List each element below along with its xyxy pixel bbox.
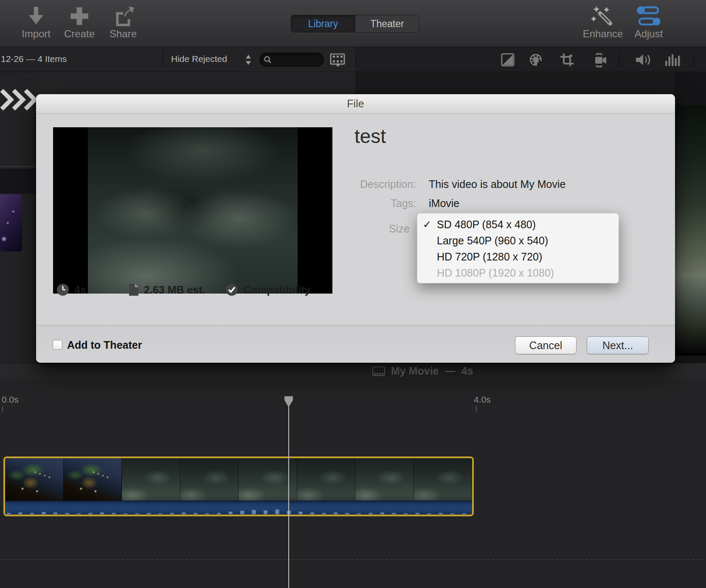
- video-preview-frame: [88, 127, 298, 294]
- enhance-button[interactable]: Enhance: [579, 3, 626, 40]
- timeline-clip-selected[interactable]: [3, 456, 474, 516]
- audio-levels-icon[interactable]: [665, 53, 680, 67]
- event-browser-background: [37, 72, 675, 98]
- next-button[interactable]: Next...: [587, 336, 649, 354]
- view-switcher: Library Theater: [291, 15, 419, 33]
- filmstrip-frame: [64, 458, 122, 501]
- video-info-row: 4s 2.63 MB est. Compatibility: [56, 283, 337, 302]
- project-title-group: My Movie — 4s: [372, 365, 473, 377]
- clip-filmstrip: [5, 458, 472, 501]
- filmstrip-frame: [355, 458, 414, 501]
- clock-icon: [56, 283, 69, 296]
- ruler-label-end: 4.0s: [474, 395, 491, 405]
- file-icon: [129, 283, 139, 296]
- magic-wand-icon: [591, 5, 615, 27]
- cancel-button[interactable]: Cancel: [515, 336, 577, 354]
- export-file-dialog: File 4s 2.63 MB est.: [36, 94, 675, 363]
- description-label: Description:: [36, 178, 416, 190]
- share-label: Share: [100, 28, 146, 40]
- dialog-title: File: [347, 98, 364, 110]
- adjust-label: Adjust: [625, 28, 672, 40]
- browser-divider-line: [0, 166, 37, 167]
- filter-dropdown[interactable]: Hide Rejected: [171, 54, 227, 64]
- color-palette-icon[interactable]: [529, 53, 544, 67]
- tags-value[interactable]: iMovie: [429, 197, 459, 210]
- import-label: Import: [13, 28, 59, 40]
- clip-chevrons-decoration: [0, 89, 37, 110]
- filesize-value: 2.63 MB est.: [144, 284, 205, 296]
- search-icon: [264, 56, 272, 64]
- tab-library[interactable]: Library: [291, 15, 355, 32]
- contrast-icon[interactable]: [501, 53, 515, 67]
- filmstrip-frame: [297, 458, 356, 501]
- compatibility-check-icon: [225, 283, 238, 296]
- browser-dark-band: [0, 169, 37, 193]
- description-value[interactable]: This video is about My Movie: [429, 178, 565, 190]
- audio-waveform-strip: [5, 501, 472, 515]
- dialog-bottom-bar: Add to Theater Cancel Next...: [36, 325, 675, 363]
- video-preview: [53, 127, 332, 294]
- import-icon: [24, 5, 48, 27]
- size-option-label: SD 480P (854 x 480): [437, 218, 536, 231]
- filmstrip-frame: [5, 458, 64, 501]
- ruler-tick: [476, 406, 477, 412]
- filmstrip-frame: [180, 458, 239, 501]
- waveform: [5, 509, 472, 514]
- timeline: 0.0s 4.0s: [0, 379, 706, 588]
- stabilization-camera-icon[interactable]: [592, 53, 608, 67]
- duration-value: 4s: [74, 284, 86, 296]
- volume-icon[interactable]: [635, 53, 652, 67]
- size-option-label: Large 540P (960 x 540): [437, 235, 548, 247]
- size-option-large540[interactable]: Large 540P (960 x 540): [417, 232, 619, 249]
- checkmark-icon: ✓: [417, 218, 437, 230]
- dialog-titlebar: File: [36, 94, 675, 114]
- timeline-drop-zone-line: [3, 559, 703, 560]
- tags-label: Tags:: [36, 197, 416, 210]
- size-label: Size: [36, 223, 410, 235]
- event-browser-right-strip: [675, 72, 706, 363]
- playhead-handle[interactable]: [284, 396, 293, 407]
- import-button[interactable]: Import: [13, 3, 59, 40]
- browser-bar: 12-26 — 4 Items Hide Rejected: [0, 47, 706, 72]
- filmstrip-frame: [414, 458, 473, 501]
- plus-icon: [68, 5, 91, 27]
- enhance-label: Enhance: [579, 28, 626, 40]
- add-to-theater-checkbox[interactable]: [53, 340, 62, 350]
- search-field[interactable]: [259, 53, 324, 67]
- add-to-theater-label: Add to Theater: [67, 339, 142, 351]
- film-icon: [372, 367, 385, 376]
- crop-icon[interactable]: [560, 53, 575, 67]
- adjust-button[interactable]: Adjust: [625, 3, 672, 40]
- tab-theater[interactable]: Theater: [355, 15, 419, 32]
- search-input[interactable]: [274, 56, 321, 64]
- size-option-hd1080: HD 1080P (1920 x 1080): [417, 265, 619, 281]
- size-option-hd720[interactable]: HD 720P (1280 x 720): [417, 249, 619, 265]
- imovie-window: My Movie — 4s 0.0s 4.0s: [0, 0, 706, 588]
- event-browser-left-strip: [0, 72, 37, 363]
- timeline-header-bar: My Movie — 4s: [0, 363, 706, 379]
- size-option-label: HD 1080P (1920 x 1080): [437, 267, 554, 279]
- ruler-label-start: 0.0s: [2, 395, 19, 405]
- create-label: Create: [56, 28, 103, 40]
- size-dropdown-menu: ✓ SD 480P (854 x 480) Large 540P (960 x …: [417, 213, 619, 283]
- clip-thumbnail-fragment[interactable]: [675, 105, 706, 356]
- video-title[interactable]: test: [354, 125, 386, 148]
- sort-arrows-icon[interactable]: [245, 54, 251, 65]
- top-toolbar: Import Create Share Library Theater: [0, 0, 706, 47]
- project-duration: 4s: [461, 365, 473, 377]
- project-title: My Movie: [391, 365, 439, 377]
- sliders-icon: [636, 5, 661, 27]
- project-title-separator: —: [445, 365, 456, 377]
- filmstrip-view-button[interactable]: [330, 53, 348, 67]
- compatibility-label[interactable]: Compatibility: [243, 284, 310, 296]
- size-option-sd480[interactable]: ✓ SD 480P (854 x 480): [417, 216, 619, 232]
- share-icon: [111, 5, 135, 27]
- galaxy-clip-thumbnail[interactable]: [0, 194, 22, 252]
- share-button[interactable]: Share: [100, 3, 146, 40]
- playhead-line[interactable]: [288, 399, 289, 588]
- ruler-tick: [2, 406, 3, 412]
- size-option-label: HD 720P (1280 x 720): [437, 251, 542, 263]
- event-items-count: 12-26 — 4 Items: [1, 54, 67, 64]
- filmstrip-frame: [122, 458, 180, 501]
- create-button[interactable]: Create: [56, 3, 103, 40]
